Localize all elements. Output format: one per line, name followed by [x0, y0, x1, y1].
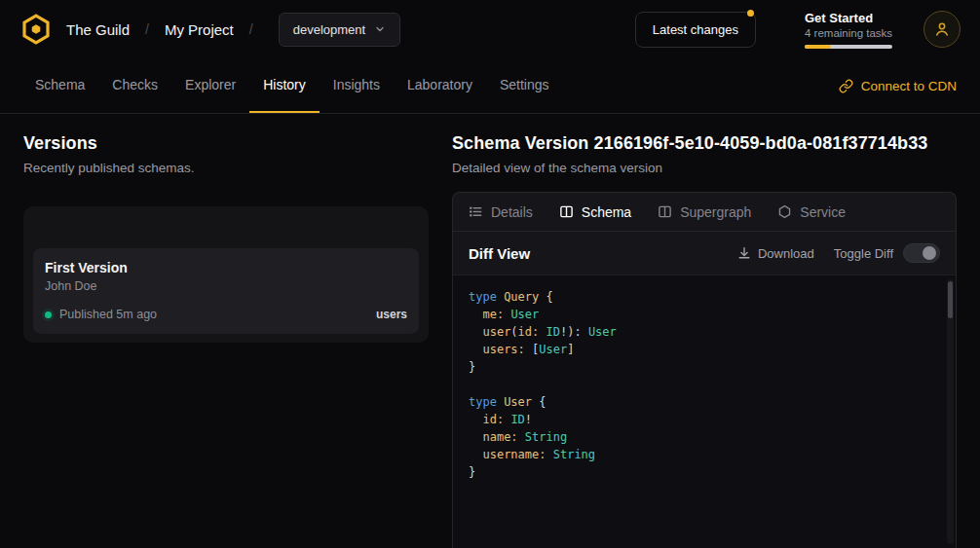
chevron-down-icon	[374, 23, 386, 35]
link-icon	[839, 79, 853, 93]
target-selector-dropdown[interactable]: development	[279, 13, 400, 47]
version-list-item[interactable]: First Version John Doe Published 5m ago …	[33, 248, 419, 334]
columns-icon	[559, 204, 574, 219]
header-right: Latest changes Get Started 4 remaining t…	[635, 11, 961, 49]
diff-toolbar: Diff View Download Toggle Diff	[453, 232, 956, 275]
detail-tab-label: Details	[491, 204, 533, 220]
detail-tab-details[interactable]: Details	[469, 204, 533, 220]
detail-tab-label: Supergraph	[680, 204, 751, 220]
notification-dot	[747, 10, 754, 17]
hive-logo-icon	[19, 13, 53, 46]
diff-view-title: Diff View	[469, 245, 530, 262]
code-scrollbar-thumb[interactable]	[948, 281, 953, 318]
detail-tab-supergraph[interactable]: Supergraph	[658, 204, 751, 220]
versions-card: First Version John Doe Published 5m ago …	[23, 206, 429, 343]
header-left: The Guild / My Project / development	[19, 13, 400, 47]
latest-changes-button[interactable]: Latest changes	[635, 12, 756, 48]
toggle-diff-label: Toggle Diff	[834, 246, 893, 261]
user-avatar-button[interactable]	[923, 11, 961, 48]
get-started-widget[interactable]: Get Started 4 remaining tasks	[805, 11, 898, 49]
version-service-badge: users	[376, 308, 407, 321]
versions-title: Versions	[23, 133, 429, 154]
download-label: Download	[758, 246, 814, 261]
nav-tabs: Schema Checks Explorer History Insights …	[21, 58, 563, 113]
download-icon	[737, 246, 751, 260]
tab-settings[interactable]: Settings	[486, 58, 563, 113]
detail-tab-label: Schema	[582, 204, 631, 220]
list-icon	[469, 204, 483, 219]
main-content: Versions Recently published schemas. Fir…	[0, 114, 980, 548]
version-name: First Version	[45, 260, 407, 275]
connect-to-cdn-link[interactable]: Connect to CDN	[839, 79, 957, 93]
breadcrumb-org[interactable]: The Guild	[66, 21, 130, 38]
diff-actions: Download Toggle Diff	[737, 243, 940, 263]
project-nav: Schema Checks Explorer History Insights …	[0, 58, 980, 114]
tab-explorer[interactable]: Explorer	[171, 58, 249, 113]
tab-insights[interactable]: Insights	[320, 58, 394, 113]
app-header: The Guild / My Project / development Lat…	[0, 0, 980, 58]
code-scrollbar[interactable]	[947, 279, 954, 544]
detail-tab-service[interactable]: Service	[777, 204, 846, 220]
get-started-remaining: 4 remaining tasks	[805, 27, 898, 39]
breadcrumb-separator: /	[245, 21, 257, 37]
download-button[interactable]: Download	[737, 246, 814, 261]
version-detail-section: Schema Version 2166196f-5e10-4059-bd0a-0…	[452, 114, 957, 548]
detail-tab-schema[interactable]: Schema	[559, 204, 631, 220]
published-status-dot	[45, 311, 52, 318]
breadcrumb-project[interactable]: My Project	[165, 21, 234, 38]
tab-schema[interactable]: Schema	[21, 58, 98, 113]
latest-changes-label: Latest changes	[653, 22, 738, 37]
version-detail-panel: Details Schema Supergraph	[452, 192, 957, 548]
version-detail-title: Schema Version 2166196f-5e10-4059-bd0a-0…	[452, 133, 957, 154]
columns-icon	[658, 204, 672, 219]
connect-to-cdn-label: Connect to CDN	[861, 79, 957, 93]
versions-subtitle: Recently published schemas.	[23, 161, 429, 175]
target-selector-value: development	[293, 22, 365, 37]
code-block: type Query { me: User user(id: ID!): Use…	[469, 288, 934, 481]
tab-laboratory[interactable]: Laboratory	[394, 58, 486, 113]
breadcrumb-separator: /	[141, 21, 153, 37]
user-icon	[933, 20, 951, 38]
get-started-title: Get Started	[805, 11, 898, 25]
detail-tab-bar: Details Schema Supergraph	[453, 193, 956, 232]
get-started-progress-fill	[805, 45, 831, 49]
get-started-progressbar	[805, 45, 892, 49]
tab-history[interactable]: History	[249, 58, 320, 113]
versions-section: Versions Recently published schemas. Fir…	[23, 114, 429, 548]
toggle-knob	[923, 246, 936, 260]
version-status: Published 5m ago	[59, 308, 157, 321]
toggle-diff-control: Toggle Diff	[834, 243, 940, 263]
version-meta-row: Published 5m ago users	[45, 308, 407, 321]
tab-checks[interactable]: Checks	[98, 58, 171, 113]
detail-tab-label: Service	[800, 204, 846, 220]
hexagon-icon	[777, 204, 792, 219]
toggle-diff-switch[interactable]	[903, 243, 940, 263]
version-author: John Doe	[45, 279, 407, 293]
version-detail-subtitle: Detailed view of the schema version	[452, 161, 957, 175]
schema-code-area: type Query { me: User user(id: ID!): Use…	[453, 275, 956, 548]
